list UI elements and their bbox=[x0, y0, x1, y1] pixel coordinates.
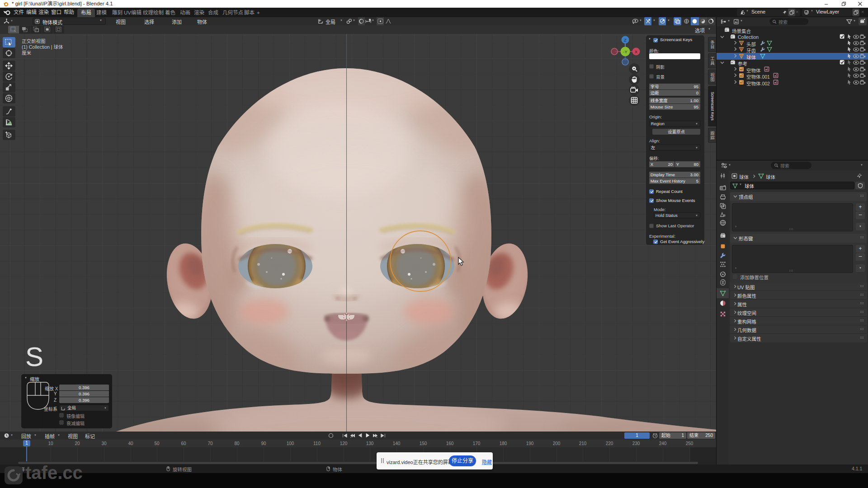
svg-text:X: X bbox=[635, 50, 637, 54]
svg-text:Z: Z bbox=[624, 38, 627, 42]
svg-text:-Y: -Y bbox=[623, 49, 627, 54]
